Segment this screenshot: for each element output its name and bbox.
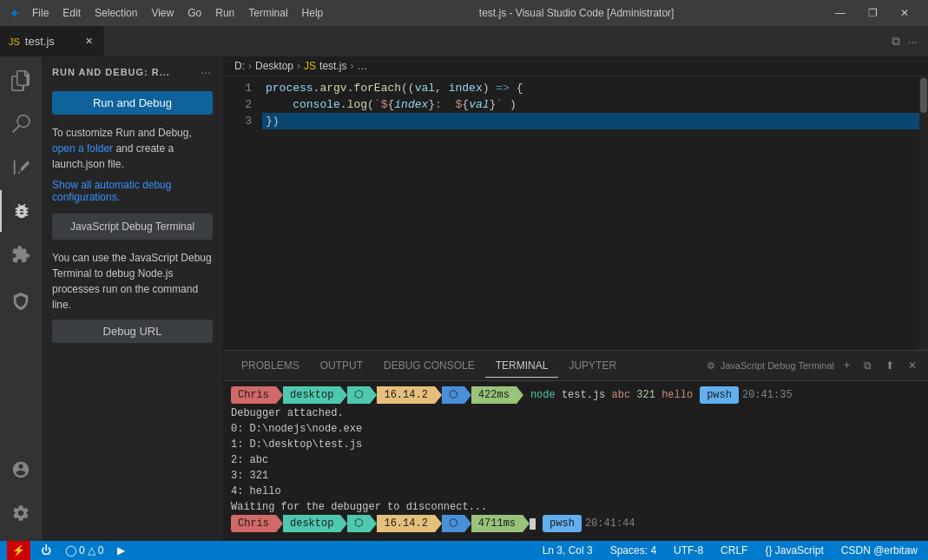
tab-bar-actions: ⧉ ···: [104, 26, 928, 56]
window-title: test.js - Visual Studio Code [Administra…: [479, 7, 675, 19]
tab-terminal[interactable]: TERMINAL: [485, 354, 559, 378]
pill-time-2: 20:41:44: [585, 516, 635, 531]
tab-output[interactable]: OUTPUT: [310, 354, 373, 377]
tab-testjs[interactable]: JS test.js ✕: [0, 26, 104, 56]
pill-node-version-2: 16.14.2: [377, 515, 434, 532]
activity-search[interactable]: [0, 103, 42, 145]
window-controls: — ❐ ✕: [825, 3, 919, 23]
pill-username-2: Chris: [231, 515, 276, 532]
statusbar-debug-run-icon[interactable]: ▶: [114, 544, 128, 557]
terminal-tab-actions: ⚙ JavaScript Debug Terminal + ⧉ ⬆ ✕: [707, 357, 921, 374]
code-line-3: }): [262, 113, 928, 129]
pill-ms-2: 4711ms: [471, 515, 523, 532]
pill-arrow-1e: [464, 386, 471, 404]
activity-bar: [0, 56, 42, 541]
activity-source-control[interactable]: [0, 147, 42, 188]
pill-blue-2: ⬡: [442, 515, 464, 532]
add-terminal-icon[interactable]: +: [839, 357, 854, 374]
code-content: process.argv.forEach((val, index) => { c…: [259, 76, 928, 350]
pill-arrow-2e: [464, 515, 471, 532]
minimize-button[interactable]: —: [825, 3, 856, 23]
terminal-prompt-2: Chris desktop ⬡ 16.14.2 ⬡ 4711ms pwsh 20…: [231, 515, 921, 532]
terminal-area: PROBLEMS OUTPUT DEBUG CONSOLE TERMINAL J…: [224, 350, 928, 541]
tab-problems[interactable]: PROBLEMS: [231, 354, 310, 377]
breadcrumb-file[interactable]: test.js: [319, 60, 346, 72]
pill-arrow-2f: [523, 515, 530, 532]
menu-edit[interactable]: Edit: [57, 5, 86, 21]
menu-file[interactable]: File: [27, 5, 54, 21]
tab-bar: JS test.js ✕ ⧉ ···: [0, 26, 928, 56]
menu-terminal[interactable]: Terminal: [243, 5, 293, 21]
breadcrumb-drive[interactable]: D:: [234, 60, 245, 72]
tab-debug-console[interactable]: DEBUG CONSOLE: [373, 354, 485, 377]
terminal-output-line-6: 4: hello: [231, 484, 921, 499]
pill-time-1: 20:41:35: [742, 387, 793, 403]
menu-run[interactable]: Run: [210, 5, 240, 21]
activity-remote[interactable]: [0, 280, 42, 322]
close-terminal-icon[interactable]: ✕: [904, 357, 921, 374]
pill-arrow-1f: [517, 386, 523, 404]
statusbar-language[interactable]: {} JavaScript: [761, 544, 826, 557]
terminal-command-1: node test.js abc 321 hello: [530, 387, 693, 403]
menu-go[interactable]: Go: [182, 5, 207, 21]
terminal-output-line-5: 3: 321: [231, 468, 921, 484]
statusbar-position[interactable]: Ln 3, Col 3: [539, 544, 596, 557]
error-icon: ◯: [65, 544, 76, 557]
split-editor-icon[interactable]: ⧉: [888, 30, 904, 52]
activity-extensions[interactable]: [0, 234, 42, 275]
code-editor[interactable]: 1 2 3 process.argv.forEach((val, index) …: [224, 76, 928, 350]
statusbar-left: ⚡ ⏻ ◯ 0 △ 0 ▶: [7, 541, 128, 560]
split-terminal-icon[interactable]: ⧉: [859, 357, 876, 374]
js-file-icon: JS: [9, 36, 20, 47]
tab-jupyter[interactable]: JUPYTER: [558, 354, 627, 377]
activity-settings[interactable]: [0, 492, 42, 534]
statusbar-errors[interactable]: ◯ 0 △ 0: [62, 544, 107, 557]
js-debug-description: You can use the JavaScript Debug Termina…: [52, 250, 213, 313]
run-and-debug-button[interactable]: Run and Debug: [52, 91, 213, 115]
main-layout: RUN AND DEBUG: R... ··· Run and Debug To…: [0, 56, 928, 541]
js-debug-terminal-button[interactable]: JavaScript Debug Terminal: [52, 214, 213, 240]
terminal-tab-bar: PROBLEMS OUTPUT DEBUG CONSOLE TERMINAL J…: [224, 351, 928, 381]
open-folder-link[interactable]: open a folder: [52, 142, 113, 155]
tab-close-button[interactable]: ✕: [83, 34, 95, 49]
show-automatic-link[interactable]: Show all automatic debug configurations.: [52, 179, 213, 203]
pill-ms-1: 422ms: [471, 386, 517, 404]
maximize-button[interactable]: ❐: [858, 3, 888, 23]
menu-view[interactable]: View: [146, 5, 179, 21]
terminal-output-line-2: 0: D:\nodejs\node.exe: [231, 421, 921, 437]
menu-selection[interactable]: Selection: [89, 5, 142, 21]
breadcrumb-symbol[interactable]: …: [357, 60, 367, 72]
close-button[interactable]: ✕: [890, 3, 919, 23]
debug-url-button[interactable]: Debug URL: [52, 320, 213, 343]
pill-arrow-1b: [340, 386, 347, 404]
pill-arrow-2a: [276, 515, 283, 532]
pill-arrow-2c: [370, 515, 377, 532]
scrollbar-thumb[interactable]: [920, 78, 927, 113]
titlebar-left: ✦ File Edit Selection View Go Run Termin…: [9, 5, 328, 22]
pill-arrow-2d: [435, 515, 442, 532]
activity-run-debug[interactable]: [0, 190, 42, 232]
statusbar-line-ending[interactable]: CRLF: [717, 544, 751, 557]
breadcrumb: D: › Desktop › JS test.js › …: [224, 56, 928, 76]
activity-account[interactable]: [0, 449, 42, 491]
terminal-output-line-1: Debugger attached.: [231, 405, 921, 421]
pill-arrow-2b: [340, 515, 347, 532]
breadcrumb-folder[interactable]: Desktop: [255, 60, 293, 72]
terminal-content[interactable]: Chris desktop ⬡ 16.14.2 ⬡ 422ms node tes…: [224, 381, 928, 541]
menu-help[interactable]: Help: [297, 5, 329, 21]
terminal-cursor: [530, 518, 536, 530]
terminal-panel-up-icon[interactable]: ⬆: [881, 357, 898, 374]
code-line-1: process.argv.forEach((val, index) => {: [262, 80, 928, 96]
vscode-logo-icon: ✦: [9, 5, 20, 22]
sidebar-more-icon[interactable]: ···: [199, 63, 213, 81]
statusbar-remote-icon[interactable]: ⚡: [7, 541, 30, 560]
pill-node-version-1: 16.14.2: [377, 386, 434, 404]
code-line-2: console.log(`${index}: ${val}` ): [262, 96, 928, 113]
sidebar-header: RUN AND DEBUG: R... ···: [42, 56, 223, 84]
statusbar-encoding[interactable]: UTF-8: [670, 544, 707, 557]
more-actions-icon[interactable]: ···: [904, 31, 921, 52]
statusbar-spaces[interactable]: Spaces: 4: [607, 544, 660, 557]
statusbar-feedback[interactable]: CSDN @erbitaw: [838, 544, 921, 557]
activity-explorer[interactable]: [0, 60, 42, 102]
statusbar-debug-icon[interactable]: ⏻: [37, 544, 55, 557]
